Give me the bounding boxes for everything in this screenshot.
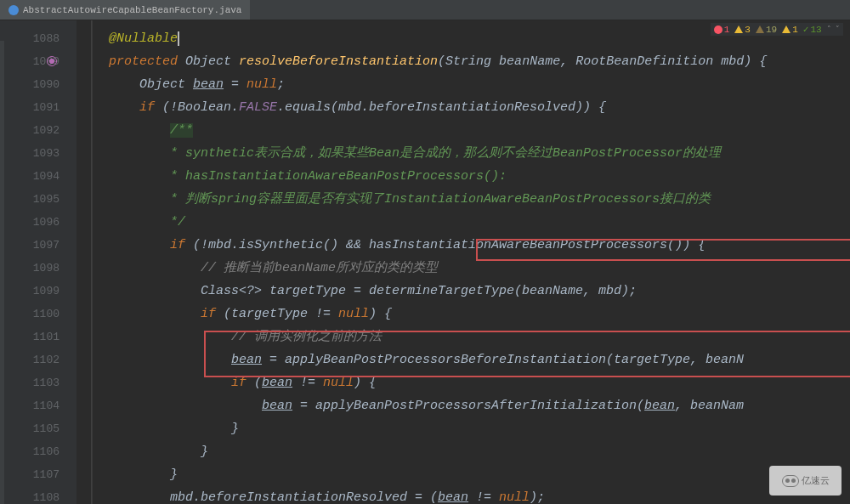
code-line: // 推断当前beanName所对应的类的类型 <box>109 257 850 280</box>
nav-arrows-icon[interactable]: ˄ ˅ <box>827 25 840 34</box>
line-number[interactable]: 1098 <box>0 257 76 280</box>
line-number[interactable]: 1090 <box>0 73 76 96</box>
code-line: } <box>109 463 850 486</box>
warning-icon <box>734 25 743 33</box>
code-line: * synthetic表示合成，如果某些Bean是合成的，那么则不会经过Bean… <box>109 142 850 165</box>
code-line: */ <box>109 211 850 234</box>
warning-icon <box>782 25 790 33</box>
line-number[interactable]: 1106 <box>0 440 76 463</box>
line-number[interactable]: 1103 <box>0 371 76 394</box>
line-number[interactable]: 1094 <box>0 165 76 188</box>
code-line: * hasInstantiationAwareBeanPostProcessor… <box>109 165 850 188</box>
weak-warning-icon <box>756 25 764 33</box>
line-number[interactable]: 1095 <box>0 188 76 211</box>
fold-gutter[interactable] <box>76 20 92 504</box>
java-class-icon <box>8 5 19 15</box>
editor-area: 1088 1089 1090 1091 1092 1093 1094 1095 … <box>0 20 850 504</box>
line-number[interactable]: 1105 <box>0 417 76 440</box>
text-cursor <box>178 31 179 46</box>
line-number[interactable]: 1088 <box>0 27 76 50</box>
line-number[interactable]: 1100 <box>0 303 76 326</box>
check-icon: ✓ <box>803 24 809 35</box>
override-icon[interactable] <box>47 56 57 66</box>
code-line: } <box>109 417 850 440</box>
line-number[interactable]: 1101 <box>0 326 76 348</box>
code-content[interactable]: 1 3 19 1 ✓13 ˄ ˅ @Nullable protected Obj… <box>92 20 850 504</box>
code-line: bean = applyBeanPostProcessorsBeforeInst… <box>109 348 850 371</box>
cloud-icon <box>782 475 799 487</box>
line-number[interactable]: 1093 <box>0 142 76 165</box>
gutter: 1088 1089 1090 1091 1092 1093 1094 1095 … <box>0 20 76 504</box>
file-tab[interactable]: AbstractAutowireCapableBeanFactory.java <box>0 0 250 20</box>
error-icon <box>714 25 722 34</box>
code-line: protected Object resolveBeforeInstantiat… <box>109 50 850 73</box>
line-number[interactable]: 1108 <box>0 486 76 504</box>
code-line: } <box>109 440 850 463</box>
code-line: if (!mbd.isSynthetic() && hasInstantiati… <box>109 234 850 257</box>
line-number[interactable]: 1099 <box>0 280 76 303</box>
tab-filename: AbstractAutowireCapableBeanFactory.java <box>23 5 241 15</box>
code-line: Object bean = null; <box>109 73 850 96</box>
code-line: Class<?> targetType = determineTargetTyp… <box>109 280 850 303</box>
line-number[interactable]: 1096 <box>0 211 76 234</box>
code-line: if (targetType != null) { <box>109 303 850 326</box>
line-number[interactable]: 1092 <box>0 119 76 142</box>
inspection-status[interactable]: 1 3 19 1 ✓13 ˄ ˅ <box>711 23 843 36</box>
line-number[interactable]: 1089 <box>0 50 76 73</box>
line-number[interactable]: 1102 <box>0 348 76 371</box>
code-line: if (bean != null) { <box>109 371 850 394</box>
code-line: // 调用实例化之前的方法 <box>109 326 850 348</box>
line-number[interactable]: 1107 <box>0 463 76 486</box>
code-line: bean = applyBeanPostProcessorsAfterIniti… <box>109 394 850 417</box>
code-line: mbd.beforeInstantiationResolved = (bean … <box>109 486 850 504</box>
line-number[interactable]: 1091 <box>0 96 76 119</box>
code-line: /** <box>109 119 850 142</box>
line-number[interactable]: 1104 <box>0 394 76 417</box>
code-line: * 判断spring容器里面是否有实现了InstantiationAwareBe… <box>109 188 850 211</box>
tab-bar: AbstractAutowireCapableBeanFactory.java <box>0 0 850 20</box>
code-line: if (!Boolean.FALSE.equals(mbd.beforeInst… <box>109 96 850 119</box>
watermark: 亿速云 <box>769 466 842 496</box>
line-number[interactable]: 1097 <box>0 234 76 257</box>
